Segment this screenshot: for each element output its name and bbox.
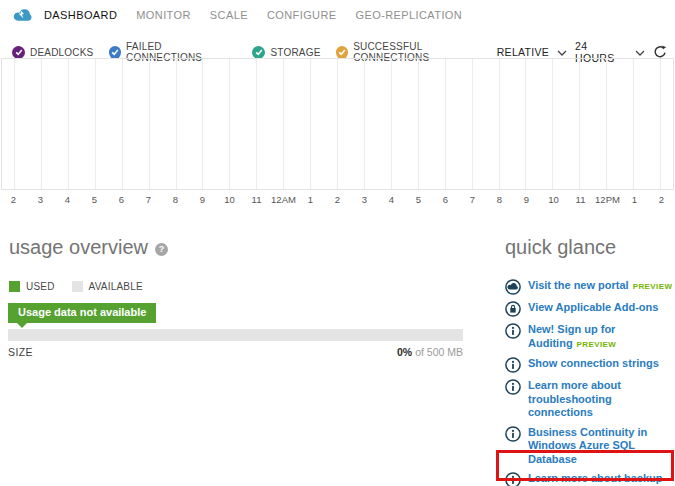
info-icon	[505, 357, 521, 373]
x-tick: 2	[324, 194, 351, 205]
preview-badge: PREVIEW	[577, 340, 617, 349]
x-tick: 1	[297, 194, 324, 205]
legend-item-storage[interactable]: STORAGE	[252, 46, 320, 59]
chevron-down-icon[interactable]	[635, 50, 645, 56]
quick-glance-section: quick glance	[505, 236, 616, 259]
info-icon	[505, 323, 521, 339]
size-total: of 500 MB	[412, 346, 463, 358]
used-label: USED	[26, 281, 55, 292]
link-show-connection-strings[interactable]: Show connection strings	[505, 357, 675, 373]
x-tick: 12PM	[594, 194, 621, 205]
x-tick: 4	[54, 194, 81, 205]
chart-x-axis: 2 3 4 5 6 7 8 9 10 11 12AM 1 2 3 4 5 6 7…	[0, 194, 675, 205]
refresh-icon[interactable]	[653, 45, 667, 59]
x-tick: 10	[540, 194, 567, 205]
x-tick: 5	[405, 194, 432, 205]
x-tick: 7	[135, 194, 162, 205]
link-label: Show connection strings	[528, 357, 659, 371]
usage-overview-title: usage overview	[9, 236, 148, 259]
preview-badge: PREVIEW	[633, 282, 673, 291]
link-backup-restore[interactable]: Learn more about backup and restore	[505, 472, 675, 486]
link-label: Visit the new portalPREVIEW	[528, 279, 672, 294]
available-swatch	[72, 281, 83, 292]
link-label: Business Continuity in Windows Azure SQL…	[528, 426, 675, 467]
x-tick: 5	[81, 194, 108, 205]
link-label: View Applicable Add-ons	[528, 301, 658, 315]
link-label: Learn more about backup and restore	[528, 472, 675, 486]
cloud-circle-icon	[505, 279, 521, 295]
link-label: Learn more about troubleshooting connect…	[528, 379, 675, 420]
size-row: SIZE 0% of 500 MB	[8, 346, 463, 358]
size-percent: 0%	[397, 346, 412, 358]
link-label: New! Sign up for AuditingPREVIEW	[528, 323, 675, 351]
x-tick: 2	[648, 194, 675, 205]
checkmark-icon	[109, 46, 122, 59]
x-tick: 11	[567, 194, 594, 205]
x-tick: 3	[27, 194, 54, 205]
link-business-continuity[interactable]: Business Continuity in Windows Azure SQL…	[505, 426, 675, 467]
quick-glance-title: quick glance	[505, 236, 616, 259]
checkmark-icon	[336, 46, 349, 59]
x-tick: 10	[216, 194, 243, 205]
tab-geo-replication[interactable]: GEO-REPLICATION	[356, 9, 463, 21]
quick-glance-list: Visit the new portalPREVIEW View Applica…	[505, 279, 675, 486]
chevron-down-icon[interactable]	[557, 50, 567, 56]
x-tick: 11	[243, 194, 270, 205]
info-icon	[505, 426, 521, 442]
link-signup-auditing[interactable]: New! Sign up for AuditingPREVIEW	[505, 323, 675, 351]
info-icon	[505, 472, 521, 486]
available-label: AVAILABLE	[89, 281, 143, 292]
addons-bag-icon	[505, 301, 521, 317]
x-tick: 6	[108, 194, 135, 205]
usage-legend: USED AVAILABLE	[9, 281, 143, 292]
azure-sql-dashboard: DASHBOARD MONITOR SCALE CONFIGURE GEO-RE…	[0, 0, 675, 486]
x-tick: 6	[432, 194, 459, 205]
link-visit-new-portal[interactable]: Visit the new portalPREVIEW	[505, 279, 675, 295]
x-tick: 12AM	[270, 194, 297, 205]
legend-available: AVAILABLE	[72, 281, 143, 292]
x-tick: 2	[0, 194, 27, 205]
x-tick: 9	[189, 194, 216, 205]
tab-dashboard[interactable]: DASHBOARD	[44, 9, 117, 21]
x-tick: 9	[513, 194, 540, 205]
checkmark-icon	[252, 46, 265, 59]
azure-cloud-icon	[12, 7, 32, 22]
help-icon[interactable]: ?	[155, 243, 168, 256]
metrics-chart[interactable]	[1, 58, 674, 190]
legend-item-deadlocks[interactable]: DEADLOCKS	[12, 46, 94, 59]
tab-bar: DASHBOARD MONITOR SCALE CONFIGURE GEO-RE…	[44, 9, 462, 21]
tab-configure[interactable]: CONFIGURE	[267, 9, 337, 21]
x-tick: 8	[486, 194, 513, 205]
size-value: 0% of 500 MB	[397, 346, 463, 358]
x-tick: 7	[459, 194, 486, 205]
legend-used: USED	[9, 281, 55, 292]
used-swatch	[9, 281, 20, 292]
usage-overview-section: usage overview ?	[9, 236, 168, 259]
size-label: SIZE	[8, 346, 33, 358]
mode-select[interactable]: RELATIVE	[497, 46, 549, 58]
usage-tooltip: Usage data not available	[8, 303, 156, 323]
legend-label: DEADLOCKS	[30, 47, 94, 58]
x-tick: 1	[621, 194, 648, 205]
link-view-addons[interactable]: View Applicable Add-ons	[505, 301, 675, 317]
x-tick: 4	[378, 194, 405, 205]
x-tick: 3	[351, 194, 378, 205]
link-troubleshooting-connections[interactable]: Learn more about troubleshooting connect…	[505, 379, 675, 420]
checkmark-icon	[12, 46, 25, 59]
tab-scale[interactable]: SCALE	[210, 9, 248, 21]
info-icon	[505, 379, 521, 395]
tab-monitor[interactable]: MONITOR	[136, 9, 191, 21]
top-nav: DASHBOARD MONITOR SCALE CONFIGURE GEO-RE…	[12, 7, 462, 22]
x-tick: 8	[162, 194, 189, 205]
legend-label: STORAGE	[270, 47, 320, 58]
usage-progress-bar	[8, 329, 463, 341]
